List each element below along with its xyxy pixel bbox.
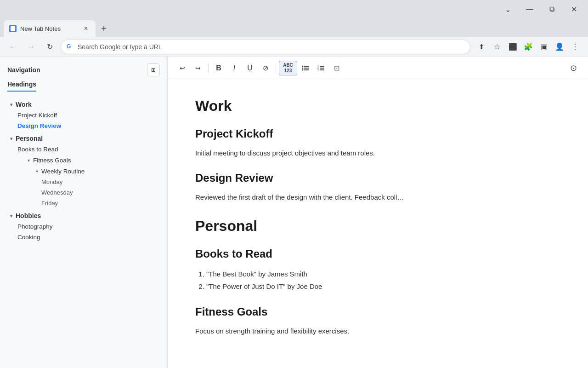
chevron-down-btn[interactable]: ⌄ <box>497 2 518 17</box>
sidebar-item-photography[interactable]: Photography <box>0 221 167 232</box>
heading-work: Work <box>195 98 560 115</box>
puzzle-btn[interactable]: 🧩 <box>521 40 536 54</box>
svg-rect-9 <box>320 68 324 69</box>
nav-bar: ← → ↻ G Search Google or type a URL ⬆ ☆ … <box>0 37 588 57</box>
heading-design-review: Design Review <box>195 172 560 184</box>
sidebar-item-personal[interactable]: ▾ Personal <box>0 133 167 144</box>
book-item-2: "The Power of Just Do IT" by Joe Doe <box>206 280 560 293</box>
svg-point-2 <box>302 67 304 69</box>
back-btn[interactable]: ← <box>6 40 20 54</box>
heading-personal: Personal <box>195 218 560 235</box>
svg-rect-1 <box>304 66 309 67</box>
sidebar-item-label: Project Kickoff <box>17 112 160 119</box>
tab-close-btn[interactable]: ✕ <box>82 24 90 33</box>
sidebar-item-label: Books to Read <box>17 146 160 153</box>
sidebar-item-label: Hobbies <box>16 212 160 219</box>
bold-btn[interactable]: B <box>211 61 226 75</box>
active-tab[interactable]: New Tab Notes ✕ <box>4 20 96 37</box>
editor-area: ↩ ↪ B I U ⊘ ABC123 1.2.3. ⊡ ⊙ <box>168 57 588 368</box>
close-btn[interactable]: ✕ <box>563 2 584 17</box>
toolbar-divider-2 <box>276 63 276 73</box>
chevron-hobbies-icon: ▾ <box>7 212 15 219</box>
svg-text:3.: 3. <box>317 68 319 71</box>
svg-rect-7 <box>320 66 324 67</box>
title-bar-controls: ⌄ — ⧉ ✕ <box>497 2 584 17</box>
undo-btn[interactable]: ↩ <box>175 61 190 75</box>
svg-rect-3 <box>304 68 309 69</box>
sidebar: Navigation ⊞ Headings ▾ Work Project Kic… <box>0 57 168 368</box>
focus-btn[interactable]: ⊡ <box>329 61 344 75</box>
underline-btn[interactable]: U <box>243 61 257 75</box>
tab-title: New Tab Notes <box>20 25 78 32</box>
bookmark-btn[interactable]: ☆ <box>490 40 504 54</box>
chevron-fitness-icon: ▾ <box>25 156 32 164</box>
sidebar-item-project-kickoff[interactable]: Project Kickoff <box>0 110 167 121</box>
svg-rect-5 <box>304 69 309 70</box>
toolbar: ↩ ↪ B I U ⊘ ABC123 1.2.3. ⊡ ⊙ <box>168 57 588 79</box>
address-bar[interactable]: G Search Google or type a URL <box>61 40 470 54</box>
reload-btn[interactable]: ↻ <box>42 40 57 54</box>
books-list: "The Best Book" by James Smith "The Powe… <box>206 268 560 293</box>
profile-btn[interactable]: 👤 <box>552 40 567 54</box>
tab-favicon <box>9 25 17 32</box>
maximize-btn[interactable]: ⧉ <box>541 2 562 17</box>
sidebar-item-hobbies[interactable]: ▾ Hobbies <box>0 210 167 221</box>
sidebar-item-cooking[interactable]: Cooking <box>0 232 167 242</box>
sidebar-item-wednesday[interactable]: Wednesday <box>0 187 167 198</box>
share-btn[interactable]: ⬆ <box>474 40 489 54</box>
redo-btn[interactable]: ↪ <box>191 61 205 75</box>
browser-window: ⌄ — ⧉ ✕ New Tab Notes ✕ + ← → ↻ G Search… <box>0 0 588 368</box>
sidebar-item-label: Photography <box>17 223 160 230</box>
sidebar-title: Navigation <box>7 66 40 74</box>
sidebar-view-btn[interactable]: ▣ <box>537 40 551 54</box>
italic-btn[interactable]: I <box>227 61 242 75</box>
sidebar-item-work[interactable]: ▾ Work <box>0 99 167 110</box>
sidebar-item-label: Fitness Goals <box>33 157 160 164</box>
sidebar-item-monday[interactable]: Monday <box>0 177 167 187</box>
heading-project-kickoff: Project Kickoff <box>195 127 560 140</box>
sidebar-header: Navigation ⊞ <box>0 57 167 80</box>
sidebar-item-label: Wednesday <box>41 189 160 196</box>
link-btn[interactable]: ⊘ <box>258 61 273 75</box>
sidebar-item-fitness[interactable]: ▾ Fitness Goals <box>0 155 167 166</box>
para-design-review: Reviewed the first draft of the design w… <box>195 192 560 203</box>
minimize-btn[interactable]: — <box>519 2 540 17</box>
headings-label[interactable]: Headings <box>7 80 36 92</box>
chevron-personal-icon: ▾ <box>7 135 15 142</box>
editor-content[interactable]: Work Project Kickoff Initial meeting to … <box>168 79 588 368</box>
title-bar: ⌄ — ⧉ ✕ <box>0 0 588 18</box>
para-project-kickoff: Initial meeting to discuss project objec… <box>195 148 560 159</box>
more-options-btn[interactable]: ⊙ <box>566 61 581 75</box>
nav-tree: ▾ Work Project Kickoff Design Review ▾ P… <box>0 97 167 368</box>
svg-point-4 <box>302 69 304 70</box>
tab-bar: New Tab Notes ✕ + <box>0 18 588 37</box>
forward-btn[interactable]: → <box>24 40 39 54</box>
sidebar-item-label: Friday <box>41 200 160 207</box>
sidebar-item-label: Work <box>16 101 160 108</box>
sidebar-item-friday[interactable]: Friday <box>0 198 167 208</box>
address-text: Search Google or type a URL <box>78 43 464 51</box>
sidebar-item-label: Personal <box>16 135 160 142</box>
sidebar-toggle-icon: ⊞ <box>151 67 156 73</box>
sidebar-item-label: Weekly Routine <box>41 168 160 175</box>
extension-chrome-btn[interactable]: ⬛ <box>505 40 520 54</box>
sidebar-item-label: Cooking <box>17 234 160 241</box>
heading-books: Books to Read <box>195 247 560 260</box>
bullet-list-btn[interactable] <box>298 61 313 75</box>
app-body: Navigation ⊞ Headings ▾ Work Project Kic… <box>0 57 588 368</box>
headings-tab: Headings <box>0 80 167 97</box>
sidebar-toggle-btn[interactable]: ⊞ <box>147 63 160 76</box>
format-block-btn[interactable]: ABC123 <box>279 61 297 75</box>
menu-btn[interactable]: ⋮ <box>568 40 582 54</box>
sidebar-item-label: Design Review <box>17 122 160 129</box>
sidebar-item-weekly-routine[interactable]: ▾ Weekly Routine <box>0 166 167 177</box>
toolbar-divider-1 <box>208 63 209 73</box>
svg-point-0 <box>302 65 304 67</box>
heading-fitness: Fitness Goals <box>195 305 560 318</box>
ordered-list-btn[interactable]: 1.2.3. <box>314 61 328 75</box>
sidebar-item-label: Monday <box>41 178 160 185</box>
nav-actions: ⬆ ☆ ⬛ 🧩 ▣ 👤 ⋮ <box>474 40 582 54</box>
sidebar-item-design-review[interactable]: Design Review <box>0 121 167 131</box>
new-tab-btn[interactable]: + <box>96 20 112 37</box>
sidebar-item-books[interactable]: Books to Read <box>0 144 167 155</box>
